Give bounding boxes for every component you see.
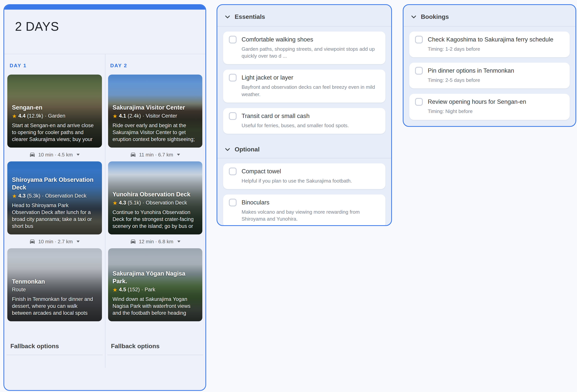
- caret-down-icon: [76, 154, 80, 156]
- booking-item-timing: Timing: Night before: [428, 108, 564, 115]
- day-plan-header: 2 DAYS: [4, 10, 205, 54]
- travel-segment-dropdown[interactable]: 10 min · 4.5 km: [6, 148, 103, 162]
- dot-separator: ·: [143, 113, 144, 119]
- checklist-item-walking-shoes[interactable]: Comfortable walking shoes Garden paths, …: [223, 32, 385, 64]
- optional-items: Compact towel Helpful if you plan to use…: [217, 158, 391, 226]
- checkbox[interactable]: [415, 36, 423, 43]
- rating-value: 4.4: [18, 113, 26, 119]
- day-2-column: DAY 2 Sakurajima Visitor Center ★ 4.1 (2…: [105, 54, 205, 387]
- checklist-item-subtitle: Makes volcano and bay viewing more rewar…: [242, 209, 380, 223]
- travel-planner-page: 2 DAYS DAY 1 Sengan-en ★ 4.4 (12.9k) · G…: [0, 0, 577, 392]
- dot-separator: ·: [143, 200, 144, 206]
- caret-down-icon: [177, 240, 180, 242]
- review-count: (152): [128, 287, 140, 293]
- bookings-section-title: Bookings: [421, 13, 449, 20]
- travel-segment-dropdown[interactable]: 11 min · 6.7 km: [107, 148, 203, 162]
- checklist-item-subtitle: Garden paths, shopping streets, and view…: [242, 46, 380, 60]
- day-columns: DAY 1 Sengan-en ★ 4.4 (12.9k) · Garden S…: [4, 54, 205, 387]
- review-count: (2.4k): [128, 113, 141, 119]
- bookings-panel: Bookings Check Kagoshima to Sakurajima f…: [403, 4, 576, 127]
- day-plan-panel: 2 DAYS DAY 1 Sengan-en ★ 4.4 (12.9k) · G…: [3, 4, 206, 391]
- car-icon: [30, 238, 36, 244]
- checklist-item-light-jacket[interactable]: Light jacket or layer Bayfront and obser…: [223, 70, 385, 103]
- place-subtitle: Route: [12, 287, 97, 293]
- checklist-item-title: Binoculars: [242, 199, 269, 206]
- car-icon: [30, 151, 36, 158]
- checkbox[interactable]: [415, 67, 423, 75]
- travel-segment-dropdown[interactable]: 12 min · 6.8 km: [107, 234, 203, 248]
- place-card-nagisa-park[interactable]: Sakurajima Yōgan Nagisa Park. ★ 4.5 (152…: [108, 248, 202, 321]
- place-category: Observation Deck: [146, 200, 187, 206]
- booking-item-ferry-schedule[interactable]: Check Kagoshima to Sakurajima ferry sche…: [409, 32, 570, 57]
- checklist-item-subtitle: Useful for ferries, buses, and smaller f…: [242, 122, 380, 129]
- place-rating: ★ 4.3 (5.1k) · Observation Deck: [112, 200, 198, 206]
- checklist-item-compact-towel[interactable]: Compact towel Helpful if you plan to use…: [223, 163, 385, 189]
- chevron-down-icon: [225, 15, 230, 18]
- review-count: (5.1k): [128, 200, 141, 206]
- chevron-down-icon: [411, 15, 416, 18]
- place-card-sakurajima-visitor-center[interactable]: Sakurajima Visitor Center ★ 4.1 (2.4k) ·…: [108, 75, 202, 148]
- optional-section-title: Optional: [235, 146, 260, 153]
- essentials-section-title: Essentials: [235, 13, 265, 20]
- place-card-shiroyama[interactable]: Shiroyama Park Observation Deck ★ 4.3 (5…: [7, 162, 102, 234]
- place-card-text: Sakurajima Yōgan Nagisa Park. ★ 4.5 (152…: [108, 266, 202, 321]
- place-card-tenmonkan[interactable]: Tenmonkan Route Finish in Tenmonkan for …: [7, 248, 102, 321]
- travel-label: 12 min · 6.8 km: [139, 238, 173, 244]
- place-rating: ★ 4.1 (2.4k) · Visitor Center: [112, 113, 198, 119]
- car-icon: [130, 151, 136, 158]
- panel-accent-bar: [4, 5, 205, 10]
- checkbox[interactable]: [229, 36, 237, 43]
- place-description: Ride over early and begin at the Sakuraj…: [112, 122, 198, 143]
- place-rating: ★ 4.3 (5.3k) · Observation Deck: [12, 193, 97, 199]
- optional-section-header[interactable]: Optional: [217, 139, 391, 158]
- checklist-item-subtitle: Bayfront and observation decks can feel …: [242, 84, 380, 98]
- checkbox[interactable]: [415, 98, 423, 106]
- caret-down-icon: [177, 154, 180, 156]
- place-title: Shiroyama Park Observation Deck: [12, 176, 97, 191]
- checklist-item-binoculars[interactable]: Binoculars Makes volcano and bay viewing…: [223, 195, 385, 226]
- place-card-sengan-en[interactable]: Sengan-en ★ 4.4 (12.9k) · Garden Start a…: [7, 75, 102, 148]
- place-description: Continue to Yunohira Observation Deck fo…: [112, 209, 198, 230]
- travel-label: 10 min · 4.5 km: [38, 152, 73, 157]
- bookings-section-header[interactable]: Bookings: [403, 5, 576, 27]
- review-count: (12.9k): [27, 113, 43, 119]
- review-count: (5.3k): [27, 193, 40, 199]
- place-description: Start at Sengan-en and arrive close to o…: [12, 122, 97, 143]
- fallback-options-section[interactable]: Fallback options: [107, 343, 203, 355]
- booking-item-title: Check Kagoshima to Sakurajima ferry sche…: [428, 36, 553, 43]
- fallback-options-section[interactable]: Fallback options: [6, 343, 103, 355]
- day-2-label: DAY 2: [110, 63, 203, 68]
- day-1-label: DAY 1: [10, 63, 103, 68]
- place-description: Head to Shiroyama Park Observation Deck …: [12, 202, 97, 230]
- place-category: Visitor Center: [146, 113, 177, 119]
- travel-segment-dropdown[interactable]: 10 min · 2.7 km: [6, 234, 103, 248]
- dot-separator: ·: [141, 287, 143, 293]
- fallback-options-title: Fallback options: [111, 343, 203, 350]
- checkbox[interactable]: [229, 167, 237, 175]
- rating-value: 4.3: [18, 193, 26, 199]
- checklist-item-title: Comfortable walking shoes: [242, 36, 313, 43]
- star-icon: ★: [112, 287, 117, 292]
- star-icon: ★: [12, 193, 17, 198]
- travel-label: 10 min · 2.7 km: [38, 238, 73, 244]
- place-card-text: Sengan-en ★ 4.4 (12.9k) · Garden Start a…: [7, 100, 102, 148]
- checkbox[interactable]: [229, 112, 237, 120]
- essentials-section-header[interactable]: Essentials: [217, 5, 391, 27]
- checklist-item-transit-card[interactable]: Transit card or small cash Useful for fe…: [223, 108, 385, 134]
- rating-value: 4.1: [119, 113, 126, 119]
- checkbox[interactable]: [229, 74, 237, 82]
- car-icon: [130, 238, 136, 244]
- booking-item-title: Review opening hours for Sengan-en: [428, 98, 526, 105]
- place-rating: ★ 4.5 (152) · Park: [112, 287, 198, 293]
- booking-item-opening-hours[interactable]: Review opening hours for Sengan-en Timin…: [409, 94, 570, 120]
- checkbox[interactable]: [229, 199, 237, 206]
- booking-item-dinner-options[interactable]: Pin dinner options in Tenmonkan Timing: …: [409, 63, 570, 88]
- place-title: Sengan-en: [12, 104, 97, 111]
- column-divider: [105, 54, 105, 368]
- rating-value: 4.3: [119, 200, 126, 206]
- checklist-item-subtitle: Helpful if you plan to use the Sakurajim…: [242, 178, 380, 185]
- place-card-yunohira[interactable]: Yunohira Observation Deck ★ 4.3 (5.1k) ·…: [108, 162, 202, 234]
- rating-value: 4.5: [119, 287, 126, 293]
- checklist-item-title: Light jacket or layer: [242, 74, 293, 81]
- essentials-items: Comfortable walking shoes Garden paths, …: [217, 27, 391, 134]
